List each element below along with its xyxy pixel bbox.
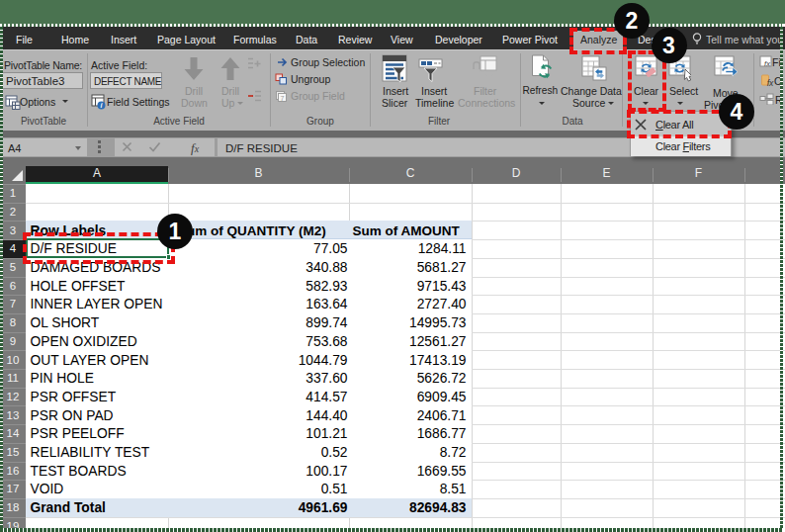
svg-text:fx: fx — [764, 59, 770, 68]
svg-text:7: 7 — [281, 95, 285, 102]
svg-text:fx: fx — [767, 78, 774, 87]
